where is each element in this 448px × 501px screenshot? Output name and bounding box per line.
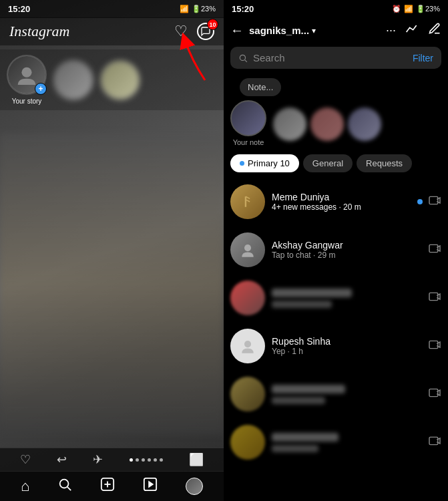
stories-row: + Your story bbox=[0, 49, 224, 110]
nav-dot-3 bbox=[142, 458, 145, 462]
right-status-icons: ⏰ 📶 🔋23% bbox=[392, 5, 440, 13]
general-tab-label: General bbox=[312, 158, 343, 168]
like-icon[interactable]: ♡ bbox=[20, 452, 31, 467]
svg-point-0 bbox=[21, 67, 31, 77]
filter-button[interactable]: Filter bbox=[413, 53, 433, 63]
compose-icon[interactable] bbox=[428, 22, 441, 39]
search-bar[interactable]: Search Filter bbox=[230, 47, 441, 69]
rupesh-sub: Yep · 1 h bbox=[272, 347, 421, 356]
akshay-avatar bbox=[230, 232, 265, 267]
akshay-actions bbox=[428, 243, 441, 257]
chat-item-meme-duniya[interactable]: Meme Duniya 4+ new messages · 20 m bbox=[224, 178, 448, 226]
note-avatar-row: Your note bbox=[230, 100, 381, 146]
svg-line-9 bbox=[245, 59, 247, 61]
primary-tab-dot bbox=[240, 161, 244, 166]
camera-icon-2[interactable] bbox=[428, 243, 441, 257]
svg-point-1 bbox=[60, 480, 69, 488]
chat-item-akshay[interactable]: Akshay Gangwar Tap to chat · 29 m bbox=[224, 226, 448, 274]
profile-nav-avatar[interactable] bbox=[186, 478, 203, 495]
tab-primary[interactable]: Primary 10 bbox=[230, 154, 299, 172]
chat-item-blurred-1[interactable] bbox=[224, 274, 448, 322]
chat-item-rupesh[interactable]: Rupesh Sinha Yep · 1 h bbox=[224, 322, 448, 370]
right-header-action-icons: ··· bbox=[386, 22, 441, 39]
story-item-3[interactable] bbox=[100, 60, 140, 100]
meme-duniya-icon bbox=[238, 192, 257, 211]
bookmark-icon[interactable]: ⬜ bbox=[189, 452, 204, 467]
chat-item-blurred-3[interactable] bbox=[224, 418, 448, 466]
username-area[interactable]: sagniks_m... ▾ bbox=[249, 25, 381, 36]
back-button[interactable]: ← bbox=[230, 23, 244, 38]
blurred-actions-1 bbox=[428, 291, 441, 305]
story-avatar-blurred-1 bbox=[53, 60, 93, 100]
svg-marker-7 bbox=[149, 482, 153, 486]
nav-dot-2 bbox=[136, 458, 139, 462]
left-status-time: 15:20 bbox=[8, 4, 30, 14]
camera-icon-5[interactable] bbox=[428, 387, 441, 401]
meme-duniya-sub: 4+ new messages · 20 m bbox=[272, 202, 411, 212]
blurred-avatar-1 bbox=[230, 281, 265, 315]
right-status-time: 15:20 bbox=[232, 4, 254, 14]
messenger-icon-wrap[interactable]: 10 bbox=[197, 23, 214, 40]
left-header-icons: ♡ 10 bbox=[174, 23, 214, 40]
search-icon bbox=[238, 53, 248, 63]
left-bottom-top: ♡ ↩ ✈ ⬜ bbox=[0, 448, 224, 471]
blurred-info-1 bbox=[272, 289, 421, 308]
comment-icon[interactable]: ↩ bbox=[57, 452, 67, 467]
chat-list: Meme Duniya 4+ new messages · 20 m bbox=[224, 178, 448, 501]
camera-icon-1[interactable] bbox=[428, 195, 441, 209]
svg-point-14 bbox=[244, 341, 251, 347]
meme-duniya-actions bbox=[417, 195, 441, 209]
camera-icon-6[interactable] bbox=[428, 436, 441, 450]
svg-point-13 bbox=[244, 244, 251, 251]
nav-dot-4 bbox=[148, 458, 151, 462]
activity-icon[interactable] bbox=[405, 23, 419, 38]
search-nav-icon[interactable] bbox=[57, 477, 72, 496]
rupesh-name: Rupesh Sinha bbox=[272, 336, 421, 347]
nav-dot-5 bbox=[154, 458, 157, 462]
right-header: ← sagniks_m... ▾ ··· bbox=[224, 18, 448, 43]
chat-item-blurred-2[interactable] bbox=[224, 370, 448, 418]
note-bubble[interactable]: Note... bbox=[240, 78, 281, 96]
instagram-logo: Instagram bbox=[9, 23, 69, 40]
left-bottom-nav: ♡ ↩ ✈ ⬜ ⌂ bbox=[0, 448, 224, 501]
meme-duniya-avatar bbox=[230, 184, 265, 219]
reels-nav-icon[interactable] bbox=[143, 477, 158, 496]
note-avatar-extra-1 bbox=[273, 108, 306, 141]
story-item-2[interactable] bbox=[53, 60, 93, 100]
primary-tab-label: Primary 10 bbox=[248, 158, 290, 168]
note-section: Note... Your note bbox=[224, 73, 448, 149]
add-nav-icon[interactable] bbox=[100, 477, 115, 496]
your-note-avatar-wrap[interactable]: Your note bbox=[230, 100, 266, 146]
your-story-label: Your story bbox=[12, 98, 42, 105]
right-status-bar: 15:20 ⏰ 📶 🔋23% bbox=[224, 0, 448, 18]
heart-icon[interactable]: ♡ bbox=[174, 23, 188, 40]
left-header: Instagram ♡ 10 bbox=[0, 17, 224, 45]
blurred-avatar-2 bbox=[230, 377, 265, 411]
blurred-actions-2 bbox=[428, 387, 441, 401]
meme-duniya-info: Meme Duniya 4+ new messages · 20 m bbox=[272, 192, 411, 212]
svg-line-2 bbox=[67, 487, 71, 490]
tab-general[interactable]: General bbox=[303, 154, 353, 172]
your-note-avatar bbox=[230, 100, 266, 136]
rupesh-silhouette-icon bbox=[239, 337, 256, 355]
search-placeholder: Search bbox=[253, 52, 407, 63]
home-nav-icon[interactable]: ⌂ bbox=[21, 478, 29, 495]
rupesh-info: Rupesh Sinha Yep · 1 h bbox=[272, 336, 421, 356]
add-story-button[interactable]: + bbox=[35, 83, 47, 95]
akshay-info: Akshay Gangwar Tap to chat · 29 m bbox=[272, 240, 421, 260]
tab-requests[interactable]: Requests bbox=[357, 154, 412, 172]
more-options-icon[interactable]: ··· bbox=[386, 23, 396, 37]
your-story-item[interactable]: + Your story bbox=[7, 55, 47, 105]
rupesh-avatar bbox=[230, 329, 265, 363]
akshay-name: Akshay Gangwar bbox=[272, 240, 421, 251]
right-panel: 15:20 ⏰ 📶 🔋23% ← sagniks_m... ▾ ··· bbox=[224, 0, 448, 501]
unread-dot bbox=[417, 199, 423, 204]
left-status-icons: 📶 🔋23% bbox=[180, 5, 216, 13]
camera-icon-4[interactable] bbox=[428, 339, 441, 353]
camera-icon-3[interactable] bbox=[428, 291, 441, 305]
share-icon[interactable]: ✈ bbox=[93, 452, 103, 467]
your-note-label: Your note bbox=[230, 138, 266, 146]
left-panel: 15:20 📶 🔋23% Instagram ♡ 10 bbox=[0, 0, 224, 501]
meme-duniya-name: Meme Duniya bbox=[272, 192, 411, 202]
note-avatar-extra-2 bbox=[310, 108, 344, 141]
